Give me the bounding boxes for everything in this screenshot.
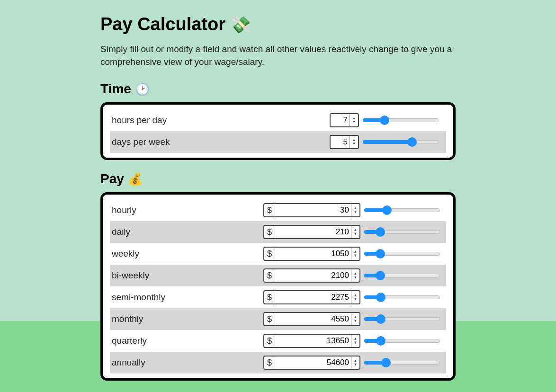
currency-prefix: $ (264, 335, 275, 347)
pay-row: weekly$▲▼ (110, 243, 446, 265)
pay-input[interactable] (275, 226, 351, 238)
pay-slider[interactable] (364, 271, 440, 280)
pay-card: hourly$▲▼daily$▲▼weekly$▲▼bi-weekly$▲▼se… (100, 192, 456, 381)
spinner-down-icon[interactable]: ▼ (351, 363, 359, 366)
currency-prefix: $ (264, 269, 275, 282)
time-label: hours per day (112, 115, 330, 125)
pay-stepper[interactable]: $▲▼ (263, 225, 360, 239)
pay-stepper[interactable]: $▲▼ (263, 356, 360, 370)
pay-label: quarterly (112, 336, 263, 346)
pay-input[interactable] (275, 313, 351, 325)
spinner[interactable]: ▲▼ (351, 291, 359, 303)
currency-prefix: $ (264, 248, 275, 260)
pay-label: bi-weekly (112, 270, 263, 281)
pay-slider[interactable] (364, 293, 440, 302)
spinner-down-icon[interactable]: ▼ (351, 232, 359, 236)
slider-thumb[interactable] (382, 205, 392, 215)
time-stepper[interactable]: ▲▼ (330, 135, 359, 149)
slider-thumb[interactable] (376, 314, 386, 324)
pay-row: annually$▲▼ (110, 352, 446, 374)
subtitle: Simply fill out or modify a field and wa… (100, 43, 456, 68)
pay-input[interactable] (275, 356, 351, 369)
spinner-down-icon[interactable]: ▼ (351, 297, 359, 301)
pay-row: bi-weekly$▲▼ (110, 265, 446, 286)
time-input[interactable] (331, 136, 350, 148)
pay-slider[interactable] (364, 314, 440, 324)
pay-input[interactable] (275, 335, 351, 347)
pay-input[interactable] (275, 248, 351, 260)
pay-input[interactable] (275, 291, 351, 303)
time-row: hours per day▲▼ (110, 109, 446, 131)
time-label: days per week (112, 137, 330, 147)
pay-label: weekly (112, 249, 263, 259)
pay-stepper[interactable]: $▲▼ (263, 203, 360, 217)
currency-prefix: $ (264, 313, 275, 325)
pay-row: quarterly$▲▼ (110, 330, 446, 352)
clock-icon: 🕑 (135, 82, 150, 96)
pay-row: daily$▲▼ (110, 221, 446, 243)
spinner[interactable]: ▲▼ (350, 114, 358, 126)
slider-thumb[interactable] (381, 358, 391, 367)
pay-stepper[interactable]: $▲▼ (263, 268, 360, 283)
spinner-down-icon[interactable]: ▼ (351, 341, 359, 345)
pay-row: monthly$▲▼ (110, 308, 446, 330)
spinner[interactable]: ▲▼ (350, 136, 358, 148)
spinner-down-icon[interactable]: ▼ (350, 142, 358, 146)
moneybag-icon: 💰 (128, 172, 143, 186)
slider-thumb[interactable] (376, 293, 386, 302)
spinner-down-icon[interactable]: ▼ (351, 254, 359, 258)
page-title: Pay Calculator 💸 (100, 14, 456, 35)
pay-input[interactable] (275, 269, 351, 282)
currency-prefix: $ (264, 291, 275, 303)
spinner[interactable]: ▲▼ (351, 226, 359, 238)
pay-label: daily (112, 227, 263, 237)
slider-thumb[interactable] (376, 336, 386, 346)
spinner[interactable]: ▲▼ (351, 313, 359, 325)
time-slider[interactable] (363, 137, 439, 147)
pay-stepper[interactable]: $▲▼ (263, 247, 360, 261)
pay-stepper[interactable]: $▲▼ (263, 290, 360, 304)
slider-thumb[interactable] (376, 249, 385, 258)
pay-slider[interactable] (364, 336, 440, 346)
pay-stepper[interactable]: $▲▼ (263, 334, 360, 348)
spinner[interactable]: ▲▼ (351, 204, 359, 216)
time-heading-text: Time (100, 81, 131, 96)
pay-stepper[interactable]: $▲▼ (263, 312, 360, 326)
money-wings-icon: 💸 (231, 16, 251, 34)
pay-row: hourly$▲▼ (110, 199, 446, 221)
title-text: Pay Calculator (100, 14, 225, 34)
pay-label: annually (112, 357, 263, 368)
pay-label: hourly (112, 205, 263, 215)
pay-slider[interactable] (364, 227, 440, 237)
pay-slider[interactable] (364, 205, 440, 215)
spinner[interactable]: ▲▼ (351, 269, 359, 282)
time-input[interactable] (331, 114, 350, 126)
spinner[interactable]: ▲▼ (351, 356, 359, 369)
time-row: days per week▲▼ (110, 131, 446, 153)
currency-prefix: $ (264, 204, 275, 216)
slider-thumb[interactable] (407, 137, 417, 147)
spinner-down-icon[interactable]: ▼ (351, 319, 359, 323)
pay-slider[interactable] (364, 249, 440, 258)
spinner-down-icon[interactable]: ▼ (351, 210, 359, 214)
slider-thumb[interactable] (376, 271, 385, 280)
pay-input[interactable] (275, 204, 351, 216)
currency-prefix: $ (264, 226, 275, 238)
pay-label: semi-monthly (112, 292, 263, 303)
time-heading: Time 🕑 (100, 81, 456, 97)
pay-row: semi-monthly$▲▼ (110, 286, 446, 308)
spinner[interactable]: ▲▼ (351, 248, 359, 260)
time-card: hours per day▲▼days per week▲▼ (100, 102, 456, 160)
pay-label: monthly (112, 314, 263, 324)
time-slider[interactable] (363, 116, 439, 125)
time-stepper[interactable]: ▲▼ (330, 113, 359, 127)
spinner-down-icon[interactable]: ▼ (351, 276, 359, 279)
spinner[interactable]: ▲▼ (351, 335, 359, 347)
pay-heading-text: Pay (100, 171, 124, 186)
slider-thumb[interactable] (376, 227, 385, 237)
currency-prefix: $ (264, 356, 275, 369)
slider-thumb[interactable] (380, 116, 389, 125)
spinner-down-icon[interactable]: ▼ (350, 120, 358, 124)
pay-slider[interactable] (364, 358, 440, 367)
pay-heading: Pay 💰 (100, 171, 456, 187)
